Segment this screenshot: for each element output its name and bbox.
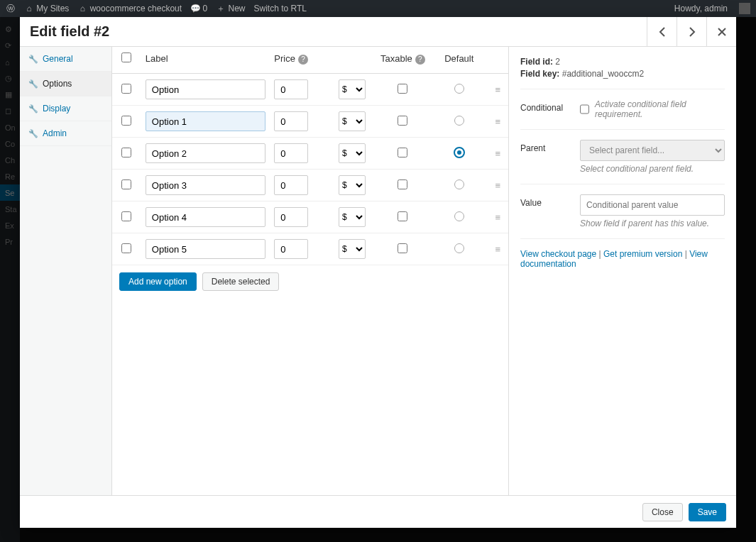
row-select-checkbox[interactable] <box>121 84 131 94</box>
chevron-right-icon <box>689 27 696 37</box>
value-input[interactable] <box>580 194 725 216</box>
site-name-link[interactable]: ⌂ woocommerce checkout <box>77 4 182 13</box>
default-radio[interactable] <box>454 147 465 158</box>
option-price-input[interactable] <box>274 79 308 99</box>
howdy-text[interactable]: Howdy, admin <box>674 4 728 13</box>
next-button[interactable] <box>676 17 706 47</box>
default-radio[interactable] <box>454 84 464 94</box>
option-label-input[interactable] <box>146 143 265 163</box>
comment-icon: 💬 <box>190 4 200 13</box>
tab-options[interactable]: 🔧Options <box>20 72 111 96</box>
parent-select[interactable]: Select parent field... <box>580 140 725 161</box>
table-row: $ ≡ <box>112 106 508 138</box>
taxable-checkbox[interactable] <box>398 148 407 157</box>
delete-selected-button[interactable]: Delete selected <box>202 272 280 291</box>
my-sites-link[interactable]: ⌂ My Sites <box>24 4 69 13</box>
comments-link[interactable]: 💬 0 <box>190 4 207 13</box>
edit-field-modal: Edit field #2 🔧General 🔧Options 🔧Display… <box>20 17 736 528</box>
tab-label: Admin <box>43 128 67 138</box>
help-icon[interactable]: ? <box>415 55 425 65</box>
modal-sidebar: Field id: 2 Field key: #additional_woocc… <box>509 47 736 495</box>
avatar[interactable] <box>739 3 750 14</box>
option-label-input[interactable] <box>146 79 265 99</box>
save-button[interactable]: Save <box>689 503 726 521</box>
wrench-icon: 🔧 <box>28 79 38 89</box>
add-option-button[interactable]: Add new option <box>119 272 197 291</box>
option-label-input[interactable] <box>146 111 265 131</box>
wp-logo-icon[interactable]: ⓦ <box>6 3 16 15</box>
close-icon <box>718 28 726 36</box>
table-row: $ ≡ <box>112 138 508 170</box>
option-label-input[interactable] <box>146 207 265 227</box>
close-button[interactable] <box>706 17 736 47</box>
new-link[interactable]: ＋ New <box>216 3 245 15</box>
conditional-section: Conditional Activate conditional field r… <box>520 99 725 119</box>
table-row: $ ≡ <box>112 74 508 106</box>
header-price: Price? <box>270 47 374 74</box>
currency-select[interactable]: $ <box>339 175 366 195</box>
option-label-input[interactable] <box>146 239 265 259</box>
parent-section: Parent Select parent field... Select con… <box>520 140 725 174</box>
wp-admin-bar: ⓦ ⌂ My Sites ⌂ woocommerce checkout 💬 0 … <box>0 0 756 17</box>
drag-handle[interactable]: ≡ <box>487 201 508 233</box>
drag-handle[interactable]: ≡ <box>487 170 508 201</box>
option-price-input[interactable] <box>274 111 308 131</box>
parent-label: Parent <box>520 140 573 153</box>
currency-select[interactable]: $ <box>339 79 366 99</box>
drag-handle[interactable]: ≡ <box>487 233 508 265</box>
drag-handle[interactable]: ≡ <box>487 106 508 138</box>
select-all-checkbox[interactable] <box>121 52 131 62</box>
activate-conditional-checkbox[interactable] <box>580 104 589 114</box>
currency-select[interactable]: $ <box>339 239 366 259</box>
taxable-checkbox[interactable] <box>398 116 407 126</box>
drag-handle[interactable]: ≡ <box>487 74 508 106</box>
tab-display[interactable]: 🔧Display <box>20 96 111 121</box>
options-table: Label Price? Taxable? Default $ ≡ $ ≡ <box>112 47 508 265</box>
currency-select[interactable]: $ <box>339 207 366 227</box>
value-help-text: Show field if parent has this value. <box>580 219 725 228</box>
value-section: Value Show field if parent has this valu… <box>520 194 725 228</box>
row-select-checkbox[interactable] <box>121 243 131 253</box>
option-price-input[interactable] <box>274 207 308 227</box>
row-select-checkbox[interactable] <box>121 179 131 189</box>
sidebar-links: View checkout page | Get premium version… <box>520 249 725 269</box>
taxable-checkbox[interactable] <box>398 84 407 94</box>
option-price-input[interactable] <box>274 175 308 195</box>
table-row: $ ≡ <box>112 170 508 201</box>
tab-general[interactable]: 🔧General <box>20 47 111 72</box>
currency-select[interactable]: $ <box>339 111 366 131</box>
taxable-checkbox[interactable] <box>398 243 407 253</box>
tab-label: Display <box>43 104 70 114</box>
header-label: Label <box>141 47 270 74</box>
modal-title: Edit field #2 <box>20 23 647 40</box>
currency-select[interactable]: $ <box>339 143 366 163</box>
tab-label: General <box>43 54 73 64</box>
option-price-input[interactable] <box>274 239 308 259</box>
row-select-checkbox[interactable] <box>121 148 131 157</box>
prev-button[interactable] <box>647 17 676 47</box>
row-select-checkbox[interactable] <box>121 211 131 221</box>
view-checkout-link[interactable]: View checkout page <box>520 249 596 259</box>
parent-help-text: Select conditional parent field. <box>580 164 725 174</box>
conditional-label: Conditional <box>520 99 573 113</box>
header-default: Default <box>431 47 487 74</box>
switch-rtl-link[interactable]: Switch to RTL <box>253 4 306 13</box>
default-radio[interactable] <box>454 211 464 221</box>
modal-header: Edit field #2 <box>20 17 736 47</box>
row-select-checkbox[interactable] <box>121 116 131 126</box>
default-radio[interactable] <box>454 179 464 189</box>
drag-handle[interactable]: ≡ <box>487 138 508 170</box>
default-radio[interactable] <box>454 243 464 253</box>
field-key-meta: Field key: #additional_wooccm2 <box>520 69 725 79</box>
get-premium-link[interactable]: Get premium version <box>603 249 682 259</box>
help-icon[interactable]: ? <box>298 55 308 65</box>
close-modal-button[interactable]: Close <box>642 503 683 521</box>
header-taxable: Taxable? <box>375 47 431 74</box>
taxable-checkbox[interactable] <box>398 211 407 221</box>
house-icon: ⌂ <box>24 4 34 13</box>
tab-admin[interactable]: 🔧Admin <box>20 121 111 146</box>
option-label-input[interactable] <box>146 175 265 195</box>
taxable-checkbox[interactable] <box>398 179 407 189</box>
option-price-input[interactable] <box>274 143 308 163</box>
default-radio[interactable] <box>454 116 464 126</box>
